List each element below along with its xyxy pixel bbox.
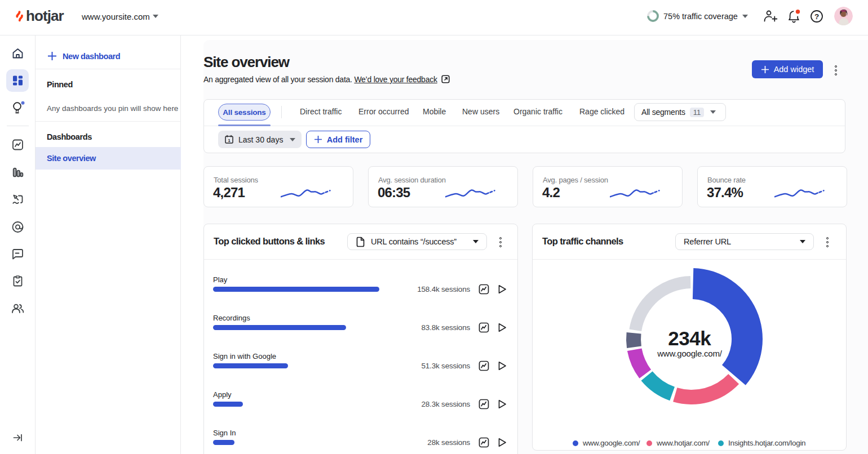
svg-text:234k: 234k: [668, 327, 711, 349]
svg-text:www.google.com/: www.google.com/: [657, 349, 723, 358]
svg-text:?: ?: [814, 12, 819, 21]
svg-text:1: 1: [228, 138, 230, 143]
